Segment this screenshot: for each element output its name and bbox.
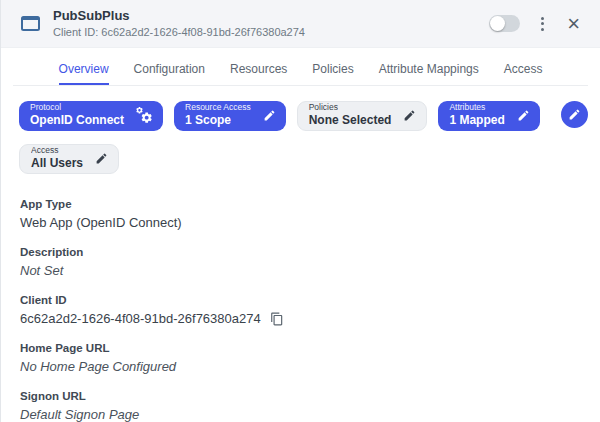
pencil-icon — [95, 152, 108, 165]
field-value: Not Set — [20, 263, 580, 278]
overview-fields: App Type Web App (OpenID Connect) Descri… — [1, 174, 600, 422]
tab-overview[interactable]: Overview — [59, 62, 109, 85]
field-app-type: App Type Web App (OpenID Connect) — [20, 198, 580, 230]
field-value: No Home Page Configured — [20, 359, 580, 374]
field-home-page-url: Home Page URL No Home Page Configured — [20, 342, 580, 374]
field-signon-url: Signon URL Default Signon Page — [20, 390, 580, 422]
header-titles: PubSubPlus Client ID: 6c62a2d2-1626-4f08… — [53, 8, 305, 39]
tab-bar: Overview Configuration Resources Policie… — [1, 48, 600, 85]
app-title: PubSubPlus — [53, 8, 305, 24]
app-client-id-subtitle: Client ID: 6c62a2d2-1626-4f08-91bd-26f76… — [53, 26, 305, 39]
field-label: Description — [20, 246, 580, 258]
pencil-icon — [403, 109, 416, 122]
field-description: Description Not Set — [20, 246, 580, 278]
pencil-icon — [517, 109, 530, 122]
pill-policies[interactable]: Policies None Selected — [297, 101, 428, 131]
pill-label: Resource Access — [185, 103, 251, 113]
pill-resource-access[interactable]: Resource Access 1 Scope — [174, 101, 286, 131]
toggle-knob — [490, 16, 505, 31]
panel-header: PubSubPlus Client ID: 6c62a2d2-1626-4f08… — [1, 0, 600, 48]
quick-settings-area: Protocol OpenID Connect Resource Access … — [1, 86, 600, 174]
field-label: Client ID — [20, 294, 580, 306]
field-label: Home Page URL — [20, 342, 580, 354]
header-controls: × — [489, 15, 582, 33]
app-detail-panel: PubSubPlus Client ID: 6c62a2d2-1626-4f08… — [1, 0, 600, 422]
web-app-icon — [21, 16, 40, 31]
field-label: Signon URL — [20, 390, 580, 402]
pill-value: 1 Mapped — [449, 114, 504, 128]
tab-access[interactable]: Access — [504, 62, 543, 85]
kebab-menu-icon[interactable] — [537, 15, 548, 33]
pencil-icon — [263, 109, 276, 122]
tab-attribute-mappings[interactable]: Attribute Mappings — [379, 62, 479, 85]
pill-value: None Selected — [309, 114, 392, 128]
field-value: Web App (OpenID Connect) — [20, 215, 580, 230]
pill-label: Policies — [309, 103, 392, 113]
pencil-icon — [568, 108, 581, 121]
close-icon[interactable]: × — [565, 16, 582, 32]
pill-access[interactable]: Access All Users — [19, 144, 119, 174]
pill-attributes[interactable]: Attributes 1 Mapped — [438, 101, 539, 131]
pill-value: OpenID Connect — [30, 114, 124, 128]
field-value: 6c62a2d2-1626-4f08-91bd-26f76380a274 — [20, 311, 580, 326]
pill-protocol[interactable]: Protocol OpenID Connect — [19, 101, 163, 131]
tab-configuration[interactable]: Configuration — [134, 62, 205, 85]
pill-value: All Users — [31, 157, 83, 171]
edit-application-button[interactable] — [561, 101, 588, 128]
pill-label: Access — [31, 146, 83, 156]
field-client-id: Client ID 6c62a2d2-1626-4f08-91bd-26f763… — [20, 294, 580, 326]
client-id-value: 6c62a2d2-1626-4f08-91bd-26f76380a274 — [20, 311, 261, 326]
field-value: Default Signon Page — [20, 407, 580, 422]
pill-label: Protocol — [30, 103, 124, 113]
enable-app-toggle[interactable] — [489, 15, 520, 32]
tab-policies[interactable]: Policies — [312, 62, 353, 85]
field-label: App Type — [20, 198, 580, 210]
pill-label: Attributes — [449, 103, 504, 113]
copy-icon[interactable] — [270, 312, 284, 326]
gears-icon — [136, 107, 153, 124]
pill-value: 1 Scope — [185, 114, 251, 128]
tab-resources[interactable]: Resources — [230, 62, 287, 85]
